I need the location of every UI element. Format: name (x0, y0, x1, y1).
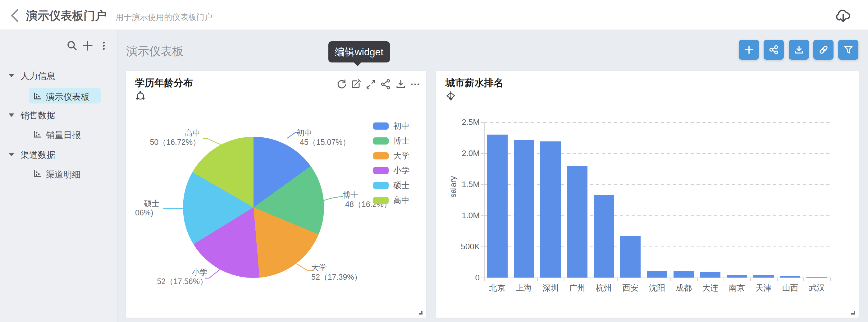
legend-item[interactable]: 大学 (373, 150, 409, 161)
legend-swatch (373, 152, 389, 159)
bar[interactable] (700, 272, 720, 277)
group-label: 销售数据 (21, 110, 55, 121)
x-axis-label: 沈阳 (644, 283, 671, 293)
share-button[interactable] (764, 40, 784, 60)
pie-label: 硕士 (144, 198, 159, 209)
refresh-icon[interactable] (336, 78, 348, 90)
resize-handle-icon[interactable] (419, 311, 423, 315)
y-tick-label: 2.0M (442, 149, 480, 158)
legend-swatch (373, 137, 389, 145)
pie-chart-title: 学历年龄分布 (135, 77, 193, 89)
bar[interactable] (620, 236, 641, 277)
bar[interactable] (727, 275, 747, 277)
sidebar-item-sales-daily[interactable]: 销量日报 (0, 127, 118, 142)
cloud-download-icon[interactable] (834, 7, 852, 24)
caret-down-icon (9, 74, 14, 78)
legend-item[interactable]: 博士 (373, 136, 409, 146)
more-icon[interactable] (409, 78, 421, 90)
legend-swatch (373, 182, 389, 189)
linkage-icon[interactable] (135, 90, 146, 101)
legend-label: 高中 (393, 195, 409, 206)
share-icon[interactable] (380, 78, 392, 90)
y-tick-mark (481, 246, 484, 247)
add-widget-button[interactable] (739, 40, 759, 60)
pie-label: 高中 50（16.72%） (144, 128, 200, 147)
x-axis-label: 上海 (511, 283, 537, 293)
y-tick-mark (481, 122, 484, 123)
bar-widget-card: 城市薪水排名 salary 0500K1.0M1.5M2.0M2.5M北京上海深… (436, 71, 859, 318)
sidebar-group-sales[interactable]: 销售数据 (0, 108, 118, 122)
x-tick-mark (750, 277, 751, 281)
item-label: 销量日报 (46, 129, 81, 141)
pie-label: 大学 52（17.39%） (311, 263, 362, 282)
link-button[interactable] (813, 40, 834, 60)
legend-item[interactable]: 硕士 (373, 180, 409, 191)
legend-item[interactable]: 小学 (373, 165, 409, 176)
bar[interactable] (514, 140, 534, 277)
chart-icon (32, 169, 42, 181)
bar[interactable] (806, 277, 827, 277)
y-axis-line (484, 122, 485, 277)
bar[interactable] (780, 276, 800, 277)
back-button[interactable] (8, 8, 22, 23)
x-axis-label: 杭州 (591, 283, 617, 293)
legend-item[interactable]: 初中 (373, 121, 409, 131)
legend-item[interactable]: 高中 (373, 195, 409, 206)
bar[interactable] (753, 275, 774, 277)
bar[interactable] (647, 271, 667, 277)
leader-line (294, 263, 313, 271)
kebab-menu-icon[interactable] (98, 39, 110, 52)
legend-label: 博士 (393, 136, 409, 146)
y-tick-label: 1.0M (442, 211, 480, 221)
bar[interactable] (487, 135, 508, 277)
chart-icon (32, 91, 42, 103)
add-icon[interactable] (82, 39, 94, 52)
resize-handle-icon[interactable] (851, 311, 855, 315)
legend-swatch (373, 197, 389, 204)
x-axis-label: 大连 (697, 283, 724, 293)
x-tick-mark (777, 277, 778, 281)
search-icon[interactable] (66, 39, 78, 52)
widget-toolbar (336, 78, 423, 91)
x-tick-mark (644, 277, 644, 281)
fullscreen-icon[interactable] (365, 78, 377, 90)
x-axis-label: 北京 (484, 283, 511, 293)
y-tick-label: 0 (442, 273, 480, 283)
pie-chart[interactable] (183, 137, 324, 278)
filter-button[interactable] (838, 40, 858, 60)
edit-icon[interactable] (350, 78, 362, 90)
sidebar-item-channel-detail[interactable]: 渠道明细 (0, 167, 118, 181)
legend-label: 硕士 (393, 180, 409, 191)
x-tick-mark (591, 277, 591, 281)
leader-line (320, 197, 343, 202)
pie-label: 初中 45（15.07%） (297, 128, 350, 147)
x-tick-mark (484, 277, 485, 281)
bar[interactable] (540, 141, 561, 277)
sidebar-group-channel[interactable]: 渠道数据 (0, 147, 118, 162)
download-icon[interactable] (395, 78, 407, 90)
portal-header: 演示仪表板门户 用于演示使用的仪表板门户 (0, 0, 868, 30)
x-tick-mark (697, 277, 698, 281)
gridline (484, 215, 830, 216)
bar[interactable] (567, 166, 587, 277)
sidebar-group-hr[interactable]: 人力信息 (0, 68, 118, 83)
legend-swatch (373, 167, 389, 174)
export-button[interactable] (789, 40, 809, 60)
sidebar: 人力信息 演示仪表板 销售数据 销量日报 渠道数据 渠道明细 (0, 30, 118, 322)
bar-chart-title: 城市薪水排名 (445, 77, 503, 89)
x-axis-label: 广州 (564, 283, 591, 293)
sidebar-item-demo-dashboard[interactable]: 演示仪表板 (0, 89, 118, 104)
y-tick-label: 500K (442, 242, 480, 252)
bar[interactable] (594, 195, 614, 277)
x-axis-label: 深圳 (537, 283, 564, 293)
legend-label: 大学 (393, 150, 409, 161)
gridline (484, 122, 830, 123)
x-tick-mark (537, 277, 538, 281)
bar[interactable] (674, 271, 694, 277)
pie-label-clipped: 06%) (135, 208, 153, 217)
item-label: 渠道明细 (46, 169, 81, 181)
drill-icon[interactable] (445, 90, 456, 101)
leader-line (205, 268, 222, 278)
y-axis-title: salary (448, 185, 458, 198)
group-label: 渠道数据 (21, 149, 55, 161)
